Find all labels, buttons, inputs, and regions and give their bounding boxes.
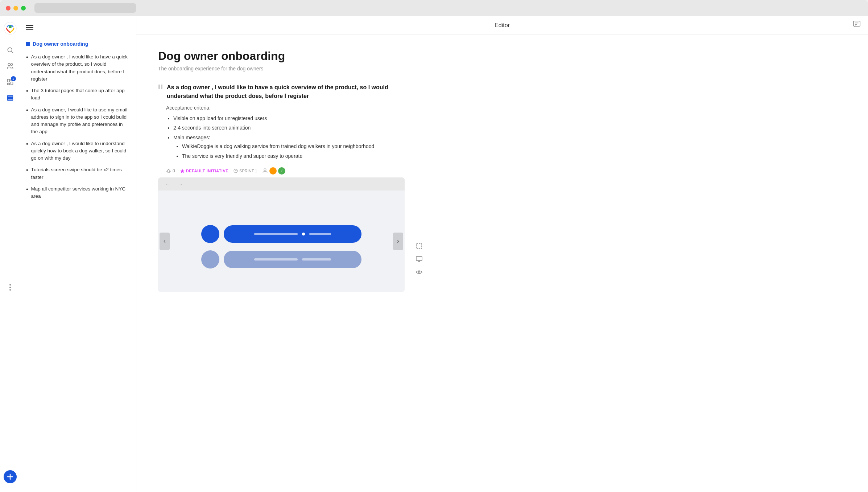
sub-criteria-item: The service is very friendly and super e… bbox=[182, 151, 405, 161]
svg-point-14 bbox=[9, 287, 11, 288]
svg-point-27 bbox=[264, 169, 266, 171]
search-nav-icon[interactable] bbox=[4, 44, 17, 57]
drag-handle-icon bbox=[158, 84, 163, 90]
svg-rect-11 bbox=[7, 97, 13, 98]
svg-rect-25 bbox=[161, 85, 162, 89]
meta-row: 0 DEFAULT INITIATIVE bbox=[158, 167, 405, 175]
svg-rect-9 bbox=[7, 83, 9, 85]
proto-content: ‹ bbox=[158, 190, 405, 292]
proto-arrow-left[interactable]: ‹ bbox=[160, 233, 170, 250]
prototype-toolbar: ← → bbox=[158, 177, 405, 190]
story-list-item[interactable]: As a dog owner, I would like to use my e… bbox=[26, 104, 130, 138]
proto-arrow-right[interactable]: › bbox=[393, 233, 403, 250]
avatar-orange bbox=[269, 167, 277, 175]
more-nav-icon[interactable] bbox=[4, 281, 17, 294]
editor-title: Editor bbox=[495, 22, 510, 29]
story-list-item[interactable]: As a dog owner , I would like to underst… bbox=[26, 138, 130, 164]
acceptance-label: Acceptance criteria: bbox=[158, 105, 405, 111]
proto-row-1 bbox=[201, 225, 361, 243]
criteria-item: Main messages:WalkieDoggie is a dog walk… bbox=[173, 133, 405, 161]
hamburger-button[interactable] bbox=[20, 22, 136, 35]
frame-tool-icon[interactable] bbox=[414, 241, 424, 251]
screen-tool-icon[interactable] bbox=[414, 254, 424, 264]
story-list-item[interactable]: As a dog owner , I would like to have a … bbox=[26, 51, 130, 85]
vote-count[interactable]: 0 bbox=[166, 168, 175, 173]
right-tools bbox=[412, 238, 426, 477]
svg-rect-29 bbox=[416, 257, 422, 261]
proto-back-btn[interactable]: ← bbox=[162, 180, 173, 188]
svg-rect-8 bbox=[11, 82, 13, 85]
svg-point-2 bbox=[8, 48, 12, 52]
svg-rect-28 bbox=[417, 243, 422, 249]
board-nav-icon[interactable]: 1 bbox=[4, 75, 17, 89]
story-list-item[interactable]: The 3 tutorial pages that come up after … bbox=[26, 85, 130, 104]
story-subtitle: The onboarding experience for the dog ow… bbox=[158, 66, 405, 71]
eye-tool-icon[interactable] bbox=[414, 267, 424, 277]
story-list: As a dog owner , I would like to have a … bbox=[20, 51, 136, 202]
criteria-item: Visible on app load for unregistered use… bbox=[173, 114, 405, 123]
story-detail-text: As a dog owner , I would like to have a … bbox=[167, 83, 405, 101]
sprint-badge[interactable]: SPRINT 1 bbox=[233, 169, 257, 173]
icon-sidebar: 1 bbox=[0, 16, 20, 492]
avatar-check: ✓ bbox=[278, 167, 285, 175]
proto-forward-btn[interactable]: → bbox=[175, 180, 186, 188]
prototype-section: ← → ‹ bbox=[158, 177, 405, 292]
svg-point-4 bbox=[8, 63, 11, 66]
proto-row-2 bbox=[201, 250, 361, 268]
tab-1[interactable] bbox=[38, 4, 67, 12]
window-chrome bbox=[0, 0, 868, 16]
close-button[interactable] bbox=[6, 6, 11, 11]
proto-pill-lightblue bbox=[224, 251, 361, 268]
address-bar bbox=[34, 3, 136, 13]
criteria-list: Visible on app load for unregistered use… bbox=[158, 114, 405, 161]
story-list-item[interactable]: Tutorials screen swipe should be x2 time… bbox=[26, 164, 130, 183]
svg-point-13 bbox=[9, 284, 11, 286]
svg-rect-6 bbox=[7, 79, 9, 82]
svg-point-15 bbox=[9, 289, 11, 291]
proto-circle-lightblue bbox=[201, 250, 219, 268]
proto-circle-blue bbox=[201, 225, 219, 243]
story-detail-item: As a dog owner , I would like to have a … bbox=[158, 83, 405, 292]
svg-point-30 bbox=[418, 271, 420, 273]
editor-body: Dog owner onboarding The onboarding expe… bbox=[136, 35, 868, 492]
maximize-button[interactable] bbox=[21, 6, 26, 11]
story-heading: Dog owner onboarding bbox=[158, 49, 405, 63]
avatar-group: ✓ bbox=[262, 167, 285, 175]
story-list-item[interactable]: Map all competitor services working in N… bbox=[26, 183, 130, 202]
users-nav-icon[interactable] bbox=[4, 60, 17, 73]
svg-point-1 bbox=[9, 25, 12, 28]
svg-rect-24 bbox=[158, 85, 160, 89]
app-container: 1 bbox=[0, 16, 868, 492]
logo[interactable] bbox=[4, 22, 17, 36]
prototype-frame: ← → ‹ bbox=[158, 177, 405, 292]
svg-rect-10 bbox=[7, 95, 13, 97]
list-nav-icon[interactable] bbox=[4, 91, 17, 104]
svg-rect-21 bbox=[853, 21, 860, 26]
svg-line-3 bbox=[11, 52, 13, 53]
svg-rect-12 bbox=[7, 99, 13, 100]
tab-3[interactable] bbox=[102, 4, 131, 12]
tab-2[interactable] bbox=[70, 4, 99, 12]
sub-criteria-item: WalkieDoggie is a dog walking service fr… bbox=[182, 142, 405, 151]
proto-pill-blue bbox=[224, 225, 361, 243]
initiative-badge[interactable]: DEFAULT INITIATIVE bbox=[180, 169, 228, 173]
chat-icon[interactable] bbox=[853, 20, 861, 30]
main-content: Editor Dog owner onboarding The onboardi… bbox=[136, 16, 868, 492]
svg-point-5 bbox=[11, 63, 12, 65]
add-button[interactable] bbox=[4, 470, 17, 483]
minimize-button[interactable] bbox=[13, 6, 18, 11]
story-content: Dog owner onboarding The onboarding expe… bbox=[158, 49, 405, 477]
section-title: Dog owner onboarding bbox=[20, 40, 136, 51]
criteria-item: 2-4 seconds into screen animation bbox=[173, 123, 405, 132]
left-panel: Dog owner onboarding As a dog owner , I … bbox=[20, 16, 136, 492]
editor-header: Editor bbox=[136, 16, 868, 35]
section-square-icon bbox=[26, 42, 30, 46]
sub-criteria-list: WalkieDoggie is a dog walking service fr… bbox=[173, 142, 405, 161]
story-detail-header: As a dog owner , I would like to have a … bbox=[158, 83, 405, 101]
board-badge: 1 bbox=[11, 76, 16, 81]
